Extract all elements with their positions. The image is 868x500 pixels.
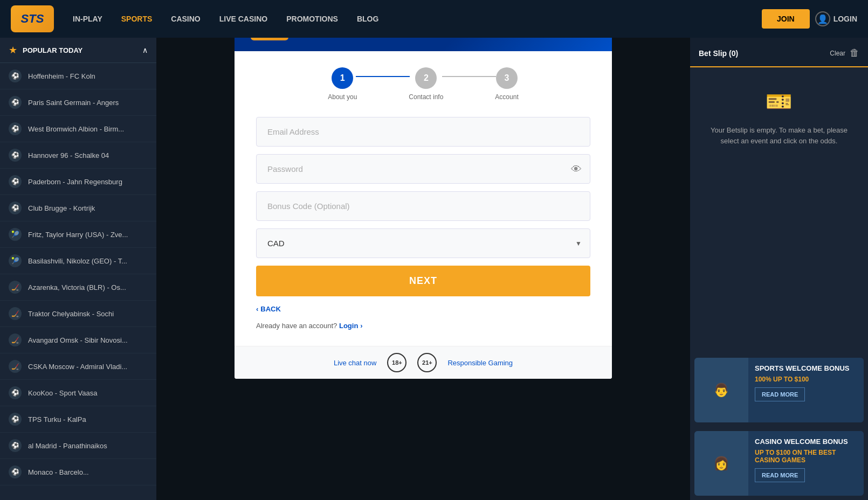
promo-casino-subtitle: UP TO $100 ON THE BEST CASINO GAMES: [755, 449, 857, 464]
list-item[interactable]: 🏒 Azarenka, Victoria (BLR) - Os...: [0, 274, 156, 301]
list-item[interactable]: ⚽ Hoffenheim - FC Koln: [0, 63, 156, 89]
casino-read-more-button[interactable]: READ MORE: [755, 468, 805, 482]
step-1: 1 About you: [328, 67, 357, 101]
age-18-badge: 18+: [387, 353, 407, 372]
list-item[interactable]: ⚽ Monaco - Barcelo...: [0, 459, 156, 485]
email-field[interactable]: [256, 117, 590, 147]
nav-blog[interactable]: BLOG: [354, 12, 381, 26]
tennis-icon: 🎾: [9, 228, 22, 241]
step-line-1: [356, 76, 410, 77]
list-item[interactable]: ⚽ TPS Turku - KalPa: [0, 406, 156, 433]
modal-header: STS CREATE ACCOUNT ×: [235, 38, 612, 51]
step-2: 2 Contact info: [409, 67, 443, 101]
list-item[interactable]: ⚽ al Madrid - Panathinaikos: [0, 433, 156, 459]
login-link[interactable]: Login ›: [339, 322, 363, 330]
join-button[interactable]: JOIN: [762, 9, 810, 29]
list-item[interactable]: ⚽ Club Brugge - Kortrijk: [0, 195, 156, 221]
list-item[interactable]: ⚽ KooKoo - Sport Vaasa: [0, 380, 156, 406]
top-navigation: STS IN-PLAY SPORTS CASINO LIVE CASINO PR…: [0, 0, 868, 38]
currency-select[interactable]: CAD USD EUR GBP: [256, 228, 590, 258]
sports-read-more-button[interactable]: READ MORE: [755, 387, 805, 401]
match-text: Paderborn - Jahn Regensburg: [28, 178, 148, 186]
match-text: West Bromwich Albion - Birm...: [28, 125, 148, 133]
bet-slip-controls: Bet Slip (0) Clear 🗑: [699, 47, 859, 59]
match-text: Avangard Omsk - Sibir Novosi...: [28, 336, 148, 344]
sidebar: ★ POPULAR TODAY ∧ ⚽ Hoffenheim - FC Koln…: [0, 38, 156, 500]
soccer-icon: ⚽: [9, 202, 22, 214]
login-button[interactable]: 👤 LOGIN: [815, 11, 857, 26]
sidebar-header: ★ POPULAR TODAY ∧: [0, 38, 156, 63]
chevron-up-icon[interactable]: ∧: [142, 46, 148, 54]
match-text: Monaco - Barcelo...: [28, 468, 148, 476]
soccer-icon: ⚽: [9, 439, 22, 452]
create-account-modal: STS CREATE ACCOUNT × 1 About you: [235, 38, 612, 379]
nav-promotions[interactable]: PROMOTIONS: [284, 12, 341, 26]
responsible-gaming-link[interactable]: Responsible Gaming: [447, 359, 513, 367]
hockey-icon: 🏒: [9, 281, 22, 294]
list-item[interactable]: ⚽ Hannover 96 - Schalke 04: [0, 142, 156, 169]
promo-casino-title: CASINO WELCOME BONUS: [755, 438, 857, 447]
sidebar-title: POPULAR TODAY: [23, 46, 82, 54]
live-chat-link[interactable]: Live chat now: [334, 359, 377, 367]
list-item[interactable]: 🏒 Traktor Chelyabinsk - Sochi: [0, 301, 156, 327]
list-item[interactable]: ⚽ West Bromwich Albion - Birm...: [0, 116, 156, 142]
modal-logo: STS: [251, 38, 288, 40]
sidebar-header-left: ★ POPULAR TODAY: [9, 44, 82, 56]
password-field[interactable]: [256, 154, 590, 184]
nav-casino[interactable]: CASINO: [168, 12, 203, 26]
list-item[interactable]: 🎾 Basilashvili, Nikoloz (GEO) - T...: [0, 248, 156, 274]
bet-slip-title: Bet Slip (0): [699, 49, 738, 58]
password-toggle-icon[interactable]: 👁: [571, 163, 582, 175]
nav-inplay[interactable]: IN-PLAY: [70, 12, 105, 26]
list-item[interactable]: 🎾 Fritz, Taylor Harry (USA) - Zve...: [0, 221, 156, 248]
nav-links: IN-PLAY SPORTS CASINO LIVE CASINO PROMOT…: [70, 12, 746, 26]
back-link[interactable]: ‹ BACK: [256, 305, 590, 313]
site-logo: STS: [11, 5, 54, 32]
currency-select-wrapper: CAD USD EUR GBP ▼: [256, 228, 590, 258]
main-layout: ★ POPULAR TODAY ∧ ⚽ Hoffenheim - FC Koln…: [0, 38, 868, 500]
promo-sports-card: 👨 SPORTS WELCOME BONUS 100% UP TO $100 R…: [694, 358, 864, 422]
match-text: Hoffenheim - FC Koln: [28, 72, 148, 80]
trash-icon[interactable]: 🗑: [850, 47, 859, 59]
step-3-circle: 3: [496, 67, 518, 89]
match-text: KooKoo - Sport Vaasa: [28, 389, 148, 397]
modal-overlay: STS CREATE ACCOUNT × 1 About you: [156, 38, 690, 500]
soccer-icon: ⚽: [9, 175, 22, 188]
nav-right-actions: JOIN 👤 LOGIN: [762, 9, 857, 29]
nav-live-casino[interactable]: LIVE CASINO: [217, 12, 270, 26]
star-icon: ★: [9, 44, 17, 56]
bet-slip-empty-message: Your Betslip is empty. To make a bet, pl…: [701, 125, 857, 146]
age-21-badge: 21+: [417, 353, 437, 372]
match-text: al Madrid - Panathinaikos: [28, 442, 148, 450]
match-text: Hannover 96 - Schalke 04: [28, 151, 148, 159]
soccer-icon: ⚽: [9, 413, 22, 426]
bet-slip-header: Bet Slip (0) Clear 🗑: [690, 38, 868, 67]
list-item[interactable]: ⚽ Paderborn - Jahn Regensburg: [0, 169, 156, 195]
step-2-label: Contact info: [409, 93, 443, 101]
modal-footer: Live chat now 18+ 21+ Responsible Gaming: [235, 346, 612, 379]
list-item[interactable]: 🏒 CSKA Moscow - Admiral Vladi...: [0, 353, 156, 380]
nav-sports[interactable]: SPORTS: [119, 12, 155, 26]
list-item[interactable]: 🏒 Avangard Omsk - Sibir Novosi...: [0, 327, 156, 353]
match-text: Azarenka, Victoria (BLR) - Os...: [28, 283, 148, 291]
bonus-code-field[interactable]: [256, 191, 590, 221]
step-line-2: [442, 76, 496, 77]
already-have-account: Already have an account? Login ›: [256, 322, 590, 330]
step-3-label: Account: [495, 93, 518, 101]
promo-casino-content: CASINO WELCOME BONUS UP TO $100 ON THE B…: [748, 431, 864, 496]
clear-button[interactable]: Clear: [830, 50, 845, 57]
hockey-icon: 🏒: [9, 334, 22, 346]
soccer-icon: ⚽: [9, 466, 22, 478]
login-icon: 👤: [815, 11, 830, 26]
match-text: Fritz, Taylor Harry (USA) - Zve...: [28, 231, 148, 239]
right-panel: Bet Slip (0) Clear 🗑 🎫 Your Betslip is e…: [690, 38, 868, 500]
match-text: Paris Saint Germain - Angers: [28, 99, 148, 107]
match-text: Basilashvili, Nikoloz (GEO) - T...: [28, 257, 148, 265]
content-area: STS CREATE ACCOUNT × 1 About you: [156, 38, 690, 500]
step-1-label: About you: [328, 93, 357, 101]
betslip-empty-icon: 🎫: [766, 89, 793, 114]
match-text: Traktor Chelyabinsk - Sochi: [28, 310, 148, 318]
next-button[interactable]: NEXT: [256, 266, 590, 296]
promo-sports-content: SPORTS WELCOME BONUS 100% UP TO $100 REA…: [748, 358, 864, 422]
list-item[interactable]: ⚽ Paris Saint Germain - Angers: [0, 89, 156, 116]
